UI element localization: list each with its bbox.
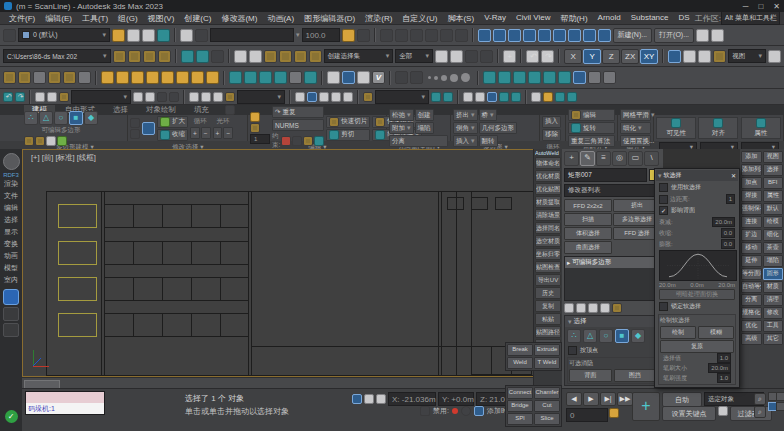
- axis-constraint-button[interactable]: ZX: [621, 49, 639, 64]
- end-frame-button[interactable]: ▶▶: [617, 392, 633, 406]
- make-unique-icon[interactable]: [588, 303, 598, 313]
- plugin-button[interactable]: 清理: [763, 294, 784, 306]
- plugin-button[interactable]: 连接: [741, 216, 762, 228]
- plugin-button[interactable]: 优化: [741, 320, 762, 332]
- plugin-logo-icon[interactable]: [3, 153, 20, 170]
- edit-spinner[interactable]: 1: [250, 134, 270, 144]
- plugin-button[interactable]: 等分面板: [741, 268, 762, 280]
- loop-plus-button[interactable]: +: [190, 127, 200, 139]
- revert-button[interactable]: 复原: [660, 340, 734, 353]
- gear-icon[interactable]: [342, 29, 355, 42]
- window-crossing-icon[interactable]: [480, 50, 493, 63]
- measure-icon[interactable]: [196, 50, 209, 63]
- sidebar-item[interactable]: 文件: [4, 192, 18, 200]
- close-icon[interactable]: ✕: [731, 172, 736, 179]
- menu-item[interactable]: 脚本(S): [442, 13, 479, 24]
- pin-stack-icon[interactable]: [564, 303, 574, 313]
- polygon-mode-icon[interactable]: ■: [69, 111, 83, 125]
- constrain-none-icon[interactable]: [281, 136, 291, 146]
- gauge-icon[interactable]: [603, 71, 616, 84]
- menu-item[interactable]: 创建(C): [179, 13, 216, 24]
- render-list-icon[interactable]: [513, 71, 526, 84]
- menu-item[interactable]: Civil View: [511, 13, 556, 24]
- viewport-label[interactable]: [+] [前] [标准] [线框]: [31, 153, 96, 163]
- utilities-tab-icon[interactable]: \: [644, 151, 659, 166]
- display-tab-icon[interactable]: ▭: [628, 151, 643, 166]
- scale-small-icon[interactable]: [213, 92, 223, 102]
- by-vertex-row[interactable]: 按顶点: [565, 345, 660, 356]
- pinch-field[interactable]: 0.0: [721, 228, 735, 238]
- move-small-icon[interactable]: [189, 92, 199, 102]
- absolute-mode-icon[interactable]: [376, 394, 386, 404]
- zoom-extents-icon[interactable]: ⌕: [754, 393, 766, 405]
- save-settings-icon[interactable]: [711, 29, 724, 42]
- area-light-icon[interactable]: [176, 71, 189, 84]
- dope-sheet-icon[interactable]: [511, 92, 521, 102]
- menu-item[interactable]: 自定义(U): [397, 13, 442, 24]
- menu-item[interactable]: DS: [674, 13, 695, 24]
- crown-icon[interactable]: [289, 71, 302, 84]
- xref-icon[interactable]: [158, 50, 171, 63]
- ribbon-config-icon[interactable]: [225, 105, 235, 115]
- close-button[interactable]: ✕: [773, 2, 780, 11]
- menu-item[interactable]: 文件(F): [4, 13, 40, 24]
- repeat-button[interactable]: ↷重复: [272, 106, 324, 118]
- select-line-icon[interactable]: [538, 29, 551, 42]
- curve-editor-icon[interactable]: [499, 92, 509, 102]
- replace-icon[interactable]: [143, 50, 156, 63]
- sidebar-item[interactable]: 选择: [4, 216, 18, 224]
- snap-grid-icon[interactable]: [478, 29, 491, 42]
- box-mode-icon[interactable]: [35, 136, 45, 146]
- tessellate-button[interactable]: 细化▾: [620, 122, 651, 134]
- menu-item[interactable]: Arnold: [593, 13, 626, 24]
- sidebar-item[interactable]: 编辑: [4, 204, 18, 212]
- xy-question-icon[interactable]: [598, 29, 611, 42]
- loop-minus-button[interactable]: −: [201, 127, 211, 139]
- motion-tab-icon[interactable]: ◎: [612, 151, 627, 166]
- selection-lock-icon[interactable]: [364, 394, 374, 404]
- new-button[interactable]: 新建(N)...: [613, 28, 653, 43]
- constrain-normal-icon[interactable]: [314, 136, 324, 146]
- rect-region-icon[interactable]: [465, 50, 478, 63]
- plugin-button[interactable]: 强制保存: [741, 203, 762, 215]
- move-icon[interactable]: +: [503, 50, 516, 63]
- render-setup-small-icon[interactable]: [555, 92, 565, 102]
- mini-button[interactable]: Weld: [507, 357, 533, 369]
- teapot-anim-icon[interactable]: [294, 50, 307, 63]
- angle-snap-icon[interactable]: [319, 92, 329, 102]
- maxscript-mini-listener[interactable]: 码垛机:1: [25, 391, 105, 415]
- mini-button[interactable]: Extrude: [534, 344, 560, 356]
- plugin-strip-button[interactable]: 复制: [535, 300, 561, 312]
- sidebar-item[interactable]: 显示: [4, 228, 18, 236]
- border-subobj-icon[interactable]: ○: [599, 329, 613, 343]
- remove-modifier-icon[interactable]: [600, 303, 610, 313]
- edge-subobj-icon[interactable]: △: [583, 329, 597, 343]
- bind-small-icon[interactable]: [59, 92, 69, 102]
- plugin-strip-button[interactable]: 贴图检查: [535, 261, 561, 273]
- configure-sets-icon[interactable]: [612, 303, 622, 313]
- plugin-button[interactable]: 细化: [763, 229, 784, 241]
- fire-effect-icon[interactable]: [304, 71, 317, 84]
- modifier-preset-button[interactable]: 曲面选择: [564, 241, 612, 254]
- edit-set-combo[interactable]: ▾: [375, 90, 429, 104]
- render-region-icon[interactable]: [498, 71, 511, 84]
- plugin-strip-button[interactable]: 优化贴图: [535, 183, 561, 195]
- cut-button[interactable]: 剪切: [326, 129, 370, 141]
- mini-button[interactable]: Connect: [507, 387, 533, 399]
- selection-rollout-header[interactable]: ▾ 选择: [565, 316, 660, 327]
- sidebar-tool2-icon[interactable]: [3, 323, 19, 337]
- placement-icon[interactable]: [713, 50, 726, 63]
- dome-light-icon[interactable]: [116, 71, 129, 84]
- coord-small-combo[interactable]: ▾: [237, 90, 285, 104]
- relax-button[interactable]: 松弛▾: [389, 109, 414, 121]
- region-small-icon[interactable]: [157, 92, 167, 102]
- plugin-button[interactable]: 加点: [741, 177, 762, 189]
- select-sub-icon[interactable]: [523, 29, 536, 42]
- snap-3d-icon[interactable]: [307, 92, 317, 102]
- displacement-button[interactable]: 使用置换...: [620, 135, 651, 147]
- plugin-button[interactable]: BFI: [763, 177, 784, 189]
- merge-file-icon[interactable]: [128, 50, 141, 63]
- select-scale-icon[interactable]: [698, 50, 711, 63]
- affect-backfacing-checkbox[interactable]: ✓: [659, 206, 668, 215]
- insert-loop-button[interactable]: 插入: [542, 116, 561, 128]
